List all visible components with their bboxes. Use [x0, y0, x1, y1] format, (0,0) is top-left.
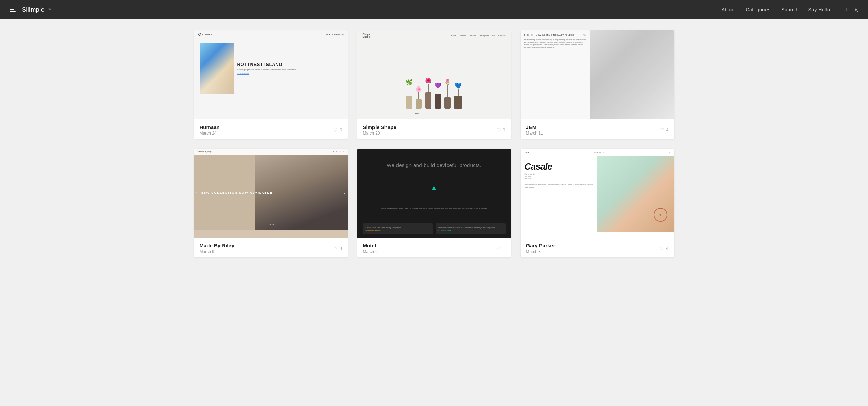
- card-title-humaan: Humaan: [200, 124, 220, 130]
- card-meta-simpleshape: Simple Shape March 20 ♡ 0: [357, 119, 511, 139]
- prev-ss-navlinks: Shop Makers Journal Instagram Us Contact: [451, 35, 505, 37]
- card-info-riley: Made By Riley March 9: [200, 243, 235, 254]
- prev-motel-card2-title: Check out how we visualized our Slack co…: [438, 226, 503, 229]
- card-likes-gary[interactable]: ♡ 4: [660, 246, 668, 251]
- card-meta-motel: Motel March 6 ♡ 1: [357, 238, 511, 257]
- card-thumb-riley: ≡ made by riley ⊕ ⊙ ♡ □ NEW COLLECTION N…: [194, 149, 348, 238]
- logo-lines-icon: [10, 8, 16, 12]
- prev-ss-nav-shop: Shop: [451, 35, 456, 37]
- card-meta-riley: Made By Riley March 9 ♡ 4: [194, 238, 348, 257]
- card-likes-humaan[interactable]: ♡ 0: [333, 127, 342, 133]
- brand-logo[interactable]: Siiimple™: [10, 6, 51, 13]
- prev-ss-bar-sep3: ————: [444, 112, 453, 115]
- card-title-simpleshape: Simple Shape: [363, 124, 396, 130]
- card-info-gary: Gary Parker March 3: [526, 243, 555, 254]
- card-riley[interactable]: ≡ made by riley ⊕ ⊙ ♡ □ NEW COLLECTION N…: [194, 149, 348, 257]
- heart-icon-simpleshape: ♡: [497, 127, 501, 133]
- preview-motel: We design and build deviceful products. …: [357, 149, 511, 238]
- likes-count-simpleshape: 0: [503, 127, 505, 132]
- page-content: HUMAAN Start a Project ≡ ROTTNEST ISLAND…: [0, 19, 868, 268]
- card-info-simpleshape: Simple Shape March 20: [363, 124, 396, 136]
- prev-gary-content: Casale Brand IdentityWebsiteProjects I'm…: [521, 156, 674, 232]
- prev-motel-card1: Curious about what we do exactly? We got…: [363, 223, 433, 234]
- prev-gary-tote-logo: ✦: [654, 208, 667, 222]
- prev-humaan-logo: HUMAAN: [198, 33, 212, 36]
- prev-riley-arrow-right: ›: [344, 190, 346, 195]
- prev-ss-flowers: 🌿 🌸 🌺: [357, 41, 511, 109]
- nav-about[interactable]: About: [722, 7, 735, 12]
- vase-stem-4: [438, 89, 438, 94]
- prev-motel-sub: We use a mix of design and engineering t…: [363, 207, 506, 209]
- vase-5: 🌷: [444, 79, 451, 109]
- prev-humaan-text: ROTTNEST ISLAND A new digital presence f…: [234, 62, 296, 74]
- vase-flower-6: 💙: [455, 82, 462, 89]
- card-info-jem: JEM March 11: [526, 124, 543, 136]
- card-title-riley: Made By Riley: [200, 243, 235, 248]
- vase-flower-1: 🌿: [406, 79, 413, 85]
- card-humaan[interactable]: HUMAAN Start a Project ≡ ROTTNEST ISLAND…: [194, 30, 348, 139]
- nav-submit[interactable]: Submit: [781, 7, 797, 12]
- vase-stem-5: [447, 85, 448, 97]
- card-likes-riley[interactable]: ♡ 4: [333, 246, 342, 251]
- prev-motel-headline: We design and build deviceful products.: [363, 162, 506, 169]
- facebook-icon[interactable]: : [846, 7, 848, 13]
- logo-line-1: [10, 8, 16, 8]
- vase-body-5: [444, 97, 451, 109]
- heart-icon-riley: ♡: [333, 246, 338, 251]
- card-motel[interactable]: We design and build deviceful products. …: [357, 149, 511, 257]
- vase-2: 🌸: [415, 86, 422, 109]
- prev-riley-shop: / SHOP: [267, 224, 275, 226]
- vase-1: 🌿: [406, 79, 413, 109]
- likes-count-motel: 1: [503, 246, 505, 251]
- card-gary[interactable]: Work Information ≡ Casale Brand Identity…: [521, 149, 674, 257]
- card-thumb-jem: J · E · M JEWELLERY ETHICALLY MINDED 🔍 W…: [521, 30, 674, 119]
- likes-count-gary: 4: [666, 246, 668, 251]
- prev-humaan-subtitle: A new digital presence for one of Wester…: [237, 69, 296, 71]
- card-thumb-motel: We design and build deviceful products. …: [357, 149, 511, 238]
- prev-riley-nav-menu: ≡ made by riley: [198, 151, 212, 153]
- card-title-gary: Gary Parker: [526, 243, 555, 248]
- prev-ss-bar-shop: Shop: [415, 112, 420, 115]
- card-simpleshape[interactable]: SimpleShape Shop Makers Journal Instagra…: [357, 30, 511, 139]
- social-links:  𝕏: [846, 7, 858, 13]
- vase-body-2: [416, 99, 422, 109]
- prev-motel-card2: Check out how we visualized our Slack co…: [436, 223, 506, 234]
- prev-riley-icon1: ⊕: [333, 151, 334, 153]
- prev-jem-left: J · E · M JEWELLERY ETHICALLY MINDED 🔍 W…: [521, 30, 590, 119]
- preview-humaan: HUMAAN Start a Project ≡ ROTTNEST ISLAND…: [194, 30, 348, 119]
- card-info-motel: Motel March 6: [363, 243, 378, 254]
- twitter-icon[interactable]: 𝕏: [854, 7, 858, 13]
- prev-riley-text: NEW COLLECTION NOW AVAILABLE: [201, 190, 273, 195]
- prev-humaan-img-overlay: [200, 63, 234, 94]
- prev-gary-nav-work: Work: [525, 151, 530, 153]
- prev-ss-nav-contact: Contact: [498, 35, 506, 37]
- card-meta-humaan: Humaan March 24 ♡ 0: [194, 119, 348, 139]
- card-likes-jem[interactable]: ♡ 4: [660, 127, 668, 133]
- vase-stem-6: [458, 89, 459, 96]
- prev-riley-icon3: ♡: [340, 151, 341, 153]
- vase-flower-2: 🌸: [415, 86, 422, 92]
- logo-line-3: [10, 11, 16, 12]
- vase-3: 🌺: [425, 77, 432, 109]
- card-likes-motel[interactable]: ♡ 1: [497, 246, 505, 251]
- card-title-motel: Motel: [363, 243, 378, 248]
- logo-line-2: [10, 9, 14, 10]
- card-info-humaan: Humaan March 24: [200, 124, 220, 136]
- prev-humaan-logo-circle: [198, 33, 201, 36]
- card-jem[interactable]: J · E · M JEWELLERY ETHICALLY MINDED 🔍 W…: [521, 30, 674, 139]
- card-title-jem: JEM: [526, 124, 543, 130]
- prev-riley-nav-icons: ⊕ ⊙ ♡ □: [333, 151, 344, 153]
- card-thumb-simpleshape: SimpleShape Shop Makers Journal Instagra…: [357, 30, 511, 119]
- card-date-jem: March 11: [526, 131, 543, 136]
- vase-flower-3: 🌺: [425, 77, 432, 84]
- card-likes-simpleshape[interactable]: ♡ 0: [497, 127, 505, 133]
- nav-categories[interactable]: Categories: [746, 7, 770, 12]
- prev-motel-card1-title: Curious about what we do exactly? We got…: [366, 226, 430, 229]
- card-date-gary: March 3: [526, 249, 555, 254]
- heart-icon-jem: ♡: [660, 127, 664, 133]
- prev-gary-label1: Brand IdentityWebsiteProjects: [525, 173, 593, 180]
- prev-ss-logo: SimpleShape: [363, 33, 371, 38]
- vase-body-3: [425, 92, 431, 109]
- heart-icon-gary: ♡: [660, 246, 664, 251]
- nav-sayhello[interactable]: Say Hello: [808, 7, 830, 12]
